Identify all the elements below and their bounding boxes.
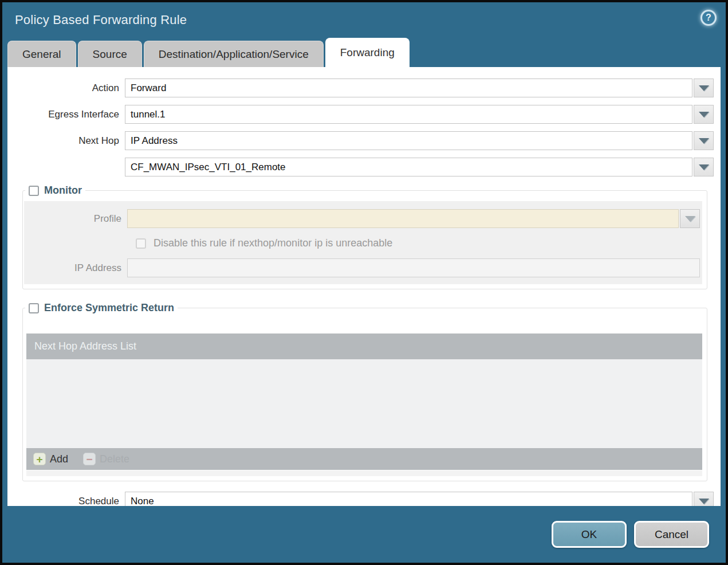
next-hop-address-row: CF_MWAN_IPsec_VTI_01_Remote bbox=[7, 158, 714, 176]
monitor-ip-address-label: IP Address bbox=[24, 262, 127, 274]
titlebar: Policy Based Forwarding Rule ? bbox=[2, 2, 726, 38]
monitor-checkbox[interactable] bbox=[29, 186, 39, 196]
schedule-select[interactable]: None bbox=[125, 492, 692, 506]
chevron-down-icon bbox=[699, 499, 709, 504]
ok-button[interactable]: OK bbox=[552, 521, 627, 548]
policy-based-forwarding-dialog: Policy Based Forwarding Rule ? General S… bbox=[0, 0, 728, 565]
next-hop-row: Next Hop IP Address bbox=[7, 131, 714, 150]
disable-rule-checkbox bbox=[136, 238, 146, 249]
disable-rule-row: Disable this rule if nexthop/monitor ip … bbox=[136, 237, 700, 249]
delete-button[interactable]: − Delete bbox=[83, 453, 129, 465]
enforce-symmetric-return-checkbox[interactable] bbox=[29, 303, 39, 313]
plus-icon: + bbox=[33, 453, 46, 465]
profile-select[interactable] bbox=[127, 209, 679, 228]
forwarding-tab-panel: Action Forward Egress Interface tunnel.1… bbox=[7, 67, 721, 506]
next-hop-type-dropdown-button[interactable] bbox=[694, 131, 714, 150]
cancel-button[interactable]: Cancel bbox=[634, 521, 709, 548]
chevron-down-icon bbox=[699, 112, 709, 117]
profile-label: Profile bbox=[24, 213, 127, 225]
action-dropdown-button[interactable] bbox=[694, 79, 714, 97]
schedule-row: Schedule None bbox=[7, 492, 714, 506]
action-label: Action bbox=[7, 83, 125, 94]
profile-dropdown-button bbox=[680, 209, 700, 228]
chevron-down-icon bbox=[685, 216, 695, 222]
enforce-symmetric-return-label: Enforce Symmetric Return bbox=[44, 302, 174, 314]
dialog-footer: OK Cancel bbox=[2, 506, 726, 563]
dialog-title: Policy Based Forwarding Rule bbox=[15, 13, 187, 28]
egress-interface-select[interactable]: tunnel.1 bbox=[125, 105, 692, 124]
next-hop-type-select[interactable]: IP Address bbox=[125, 131, 692, 150]
next-hop-label: Next Hop bbox=[7, 135, 125, 147]
next-hop-address-dropdown-button[interactable] bbox=[694, 158, 714, 176]
chevron-down-icon bbox=[699, 85, 709, 91]
next-hop-address-list-header: Next Hop Address List bbox=[26, 333, 702, 359]
table-scrollbar-track[interactable] bbox=[26, 470, 702, 476]
next-hop-address-select[interactable]: CF_MWAN_IPsec_VTI_01_Remote bbox=[125, 158, 692, 176]
egress-interface-dropdown-button[interactable] bbox=[694, 105, 714, 124]
monitor-ip-address-input bbox=[127, 258, 700, 277]
enforce-symmetric-return-legend: Enforce Symmetric Return bbox=[25, 302, 178, 314]
action-select[interactable]: Forward bbox=[125, 79, 692, 97]
egress-interface-row: Egress Interface tunnel.1 bbox=[7, 105, 714, 124]
monitor-label: Monitor bbox=[44, 185, 82, 197]
add-button-label: Add bbox=[50, 453, 68, 465]
monitor-panel: Profile Disable this rule if nexthop/mon… bbox=[24, 201, 702, 284]
profile-row: Profile bbox=[24, 209, 700, 228]
enforce-symmetric-return-section: Enforce Symmetric Return Next Hop Addres… bbox=[22, 302, 707, 481]
help-icon[interactable]: ? bbox=[701, 10, 717, 26]
action-row: Action Forward bbox=[7, 79, 714, 97]
tab-destination-application-service[interactable]: Destination/Application/Service bbox=[144, 41, 324, 67]
tab-general[interactable]: General bbox=[7, 41, 76, 67]
disable-rule-label: Disable this rule if nexthop/monitor ip … bbox=[154, 237, 392, 249]
next-hop-address-list-table: Next Hop Address List + Add − Delete bbox=[26, 333, 702, 470]
table-toolbar: + Add − Delete bbox=[26, 448, 702, 470]
tab-source[interactable]: Source bbox=[78, 41, 142, 67]
add-button[interactable]: + Add bbox=[33, 453, 68, 465]
chevron-down-icon bbox=[699, 164, 709, 170]
minus-icon: − bbox=[83, 453, 96, 465]
schedule-label: Schedule bbox=[7, 496, 125, 507]
monitor-ip-address-row: IP Address bbox=[24, 258, 700, 277]
tab-strip: General Source Destination/Application/S… bbox=[2, 38, 726, 67]
schedule-dropdown-button[interactable] bbox=[694, 492, 714, 506]
chevron-down-icon bbox=[699, 138, 709, 144]
monitor-section: Monitor Profile Disable this rule if nex… bbox=[22, 185, 707, 289]
next-hop-address-list-body bbox=[26, 359, 702, 448]
monitor-legend: Monitor bbox=[25, 185, 85, 197]
delete-button-label: Delete bbox=[100, 453, 129, 465]
egress-interface-label: Egress Interface bbox=[7, 109, 125, 120]
tab-forwarding[interactable]: Forwarding bbox=[325, 38, 410, 67]
